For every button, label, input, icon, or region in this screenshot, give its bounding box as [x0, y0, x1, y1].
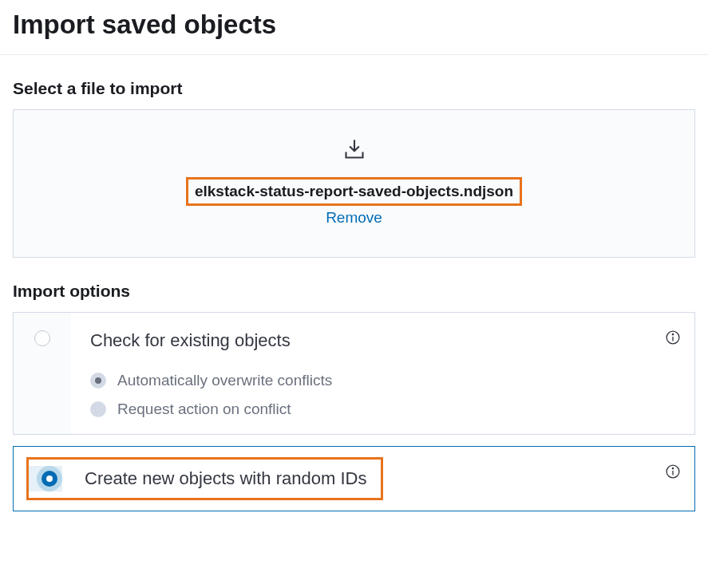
options-container: Check for existing objects Automatically…	[13, 312, 695, 511]
selected-filename: elkstack-status-report-saved-objects.ndj…	[195, 183, 513, 199]
file-section-title: Select a file to import	[13, 79, 695, 98]
info-icon[interactable]	[666, 330, 680, 345]
import-icon	[343, 139, 366, 160]
option-check-existing[interactable]: Check for existing objects Automatically…	[13, 312, 695, 435]
option-check-existing-label: Check for existing objects	[90, 330, 680, 351]
option-create-new[interactable]: Create new objects with random IDs	[13, 446, 695, 511]
radio-col-selected	[29, 466, 62, 491]
info-icon[interactable]	[666, 464, 680, 479]
file-dropzone[interactable]: elkstack-status-report-saved-objects.ndj…	[13, 109, 695, 258]
options-section-title: Import options	[13, 282, 695, 301]
sub-radio-overwrite[interactable]	[90, 373, 106, 389]
option-body: Check for existing objects Automatically…	[71, 313, 694, 434]
filename-highlight: elkstack-status-report-saved-objects.ndj…	[186, 177, 522, 206]
sub-option-request-action[interactable]: Request action on conflict	[90, 401, 680, 418]
sub-label-overwrite: Automatically overwrite conflicts	[117, 372, 332, 389]
selected-highlight-box: Create new objects with random IDs	[26, 457, 383, 500]
sub-option-overwrite[interactable]: Automatically overwrite conflicts	[90, 372, 680, 389]
page-title: Import saved objects	[0, 0, 708, 55]
svg-point-5	[672, 468, 673, 468]
radio-check-existing[interactable]	[34, 330, 50, 346]
file-info: elkstack-status-report-saved-objects.ndj…	[186, 177, 522, 227]
radio-create-new[interactable]	[37, 466, 62, 491]
remove-file-link[interactable]: Remove	[326, 209, 382, 227]
sub-options: Automatically overwrite conflicts Reques…	[90, 372, 680, 418]
sub-label-request-action: Request action on conflict	[117, 401, 291, 418]
file-select-section: Select a file to import elkstack-status-…	[0, 55, 708, 258]
option-create-new-label: Create new objects with random IDs	[85, 468, 366, 489]
radio-col	[14, 313, 71, 434]
sub-radio-request-action[interactable]	[90, 401, 106, 417]
import-options-section: Import options Check for existing object…	[0, 258, 708, 511]
selected-row: Create new objects with random IDs	[26, 457, 383, 500]
svg-point-2	[672, 333, 673, 334]
